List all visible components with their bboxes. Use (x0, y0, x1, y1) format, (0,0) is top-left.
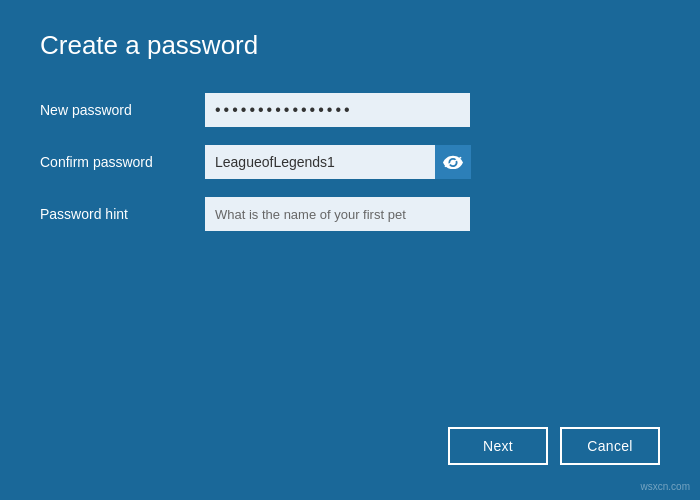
create-password-dialog: Create a password New password Confirm p… (0, 0, 700, 500)
reveal-password-button[interactable] (435, 145, 471, 179)
watermark: wsxcn.com (641, 481, 690, 492)
cancel-button[interactable]: Cancel (560, 427, 660, 465)
eye-icon (443, 155, 463, 169)
form-area: New password Confirm password Password h… (40, 93, 660, 231)
new-password-input[interactable] (205, 93, 470, 127)
password-hint-input[interactable] (205, 197, 470, 231)
new-password-label: New password (40, 102, 185, 118)
password-hint-label: Password hint (40, 206, 185, 222)
confirm-password-row: Confirm password (40, 145, 660, 179)
confirm-password-wrapper (205, 145, 471, 179)
next-button[interactable]: Next (448, 427, 548, 465)
new-password-row: New password (40, 93, 660, 127)
button-area: Next Cancel (448, 427, 660, 465)
password-hint-row: Password hint (40, 197, 660, 231)
confirm-password-label: Confirm password (40, 154, 185, 170)
new-password-wrapper (205, 93, 470, 127)
confirm-password-input[interactable] (205, 145, 435, 179)
dialog-title: Create a password (40, 30, 660, 61)
password-hint-wrapper (205, 197, 470, 231)
